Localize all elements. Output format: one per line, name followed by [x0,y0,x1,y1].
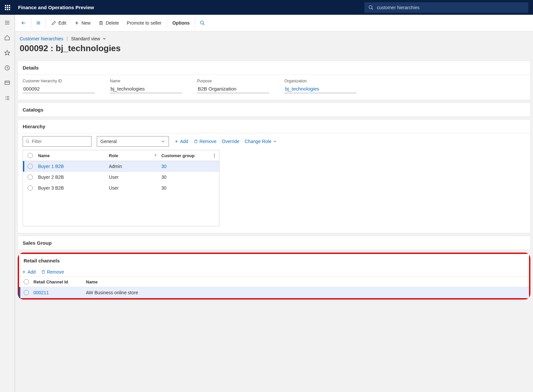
row-radio[interactable] [28,185,33,191]
list-view-button[interactable] [33,17,44,29]
search-icon [368,5,374,10]
cell-group: 30 [161,175,219,180]
cell-name: Buyer 3 B2B [37,185,109,191]
hierarchy-grid-header: Name Role Customer group ⋮ [23,150,219,161]
home-icon[interactable] [3,34,11,42]
salesgroup-header[interactable]: Sales Group [18,236,530,250]
svg-rect-7 [5,81,10,85]
cell-group: 30 [161,164,219,169]
page-header: Customer hierarchies | Standard view 000… [15,31,533,61]
edit-icon [51,20,56,26]
recent-icon[interactable] [3,64,11,72]
filter-input-wrapper[interactable] [23,136,92,147]
catalogs-header[interactable]: Catalogs [18,103,530,116]
cell-role: User [109,175,161,180]
options-button[interactable]: Options [169,17,193,29]
retail-name-cell: AW Business online store [86,290,529,295]
org-link[interactable]: bj_technologies [284,85,357,93]
edit-button[interactable]: Edit [48,17,70,29]
svg-point-25 [26,140,29,142]
retail-col-name[interactable]: Name [86,279,529,284]
search-icon [26,139,30,144]
hierarchy-override-button[interactable]: Override [222,139,239,144]
retail-highlight: Retail channels Add Remove Retail Channe… [18,253,530,299]
id-input[interactable] [23,85,95,93]
org-label: Organization [284,79,357,83]
list-icon [36,20,41,26]
retail-grid-header: Retail Channel Id Name [19,277,529,287]
name-input[interactable] [110,85,182,93]
grid-more-icon[interactable]: ⋮ [212,153,216,158]
modules-icon[interactable] [3,94,11,102]
retail-remove-button[interactable]: Remove [41,269,64,275]
sort-asc-icon [154,154,157,157]
retail-add-button[interactable]: Add [22,269,36,275]
page-search-button[interactable] [197,17,208,29]
cell-group: 30 [161,185,219,191]
cell-role: User [109,185,161,191]
hierarchy-add-button[interactable]: Add [174,139,188,144]
retail-select-all-radio[interactable] [24,279,29,284]
global-search[interactable]: customer hierarchies [364,2,528,13]
table-row[interactable]: Buyer 2 B2BUser30 [23,172,219,183]
retail-header[interactable]: Retail channels [19,254,529,267]
details-header[interactable]: Details [18,61,530,74]
back-arrow-icon [21,20,26,26]
col-name-header[interactable]: Name [37,153,109,158]
hierarchy-view-dropdown[interactable]: General [97,136,169,147]
name-label: Name [110,79,182,83]
row-radio[interactable] [28,175,33,180]
trash-icon [41,270,46,274]
chevron-down-icon [273,139,277,144]
cell-role: Admin [109,164,161,169]
app-title: Finance and Operations Preview [18,5,94,10]
promote-button[interactable]: Promote to seller [124,17,165,29]
action-bar: Edit New Delete Promote to seller Option… [15,15,533,31]
hierarchy-remove-button[interactable]: Remove [194,139,216,144]
svg-line-24 [203,24,204,25]
favorites-icon[interactable] [3,49,11,57]
trash-icon [194,139,198,144]
svg-marker-5 [5,51,10,55]
purpose-input[interactable] [197,85,269,93]
retail-row[interactable]: 000211AW Business online store [19,287,529,298]
breadcrumb-separator: | [67,36,68,41]
col-group-header[interactable]: Customer group [161,153,219,158]
view-selector[interactable]: Standard view [71,36,107,41]
delete-button[interactable]: Delete [95,17,122,29]
plus-icon [74,20,79,26]
col-role-header[interactable]: Role [109,153,161,158]
breadcrumb-link[interactable]: Customer hierarchies [20,36,63,41]
hierarchy-header[interactable]: Hierarchy [18,120,530,133]
top-header: Finance and Operations Preview customer … [0,0,533,15]
new-button[interactable]: New [71,17,94,29]
filter-input[interactable] [32,139,89,144]
chevron-down-icon [161,139,165,144]
plus-icon [22,270,26,274]
cell-name: Buyer 1 B2B [37,164,109,169]
retail-col-id[interactable]: Retail Channel Id [33,279,86,284]
table-row[interactable]: Buyer 1 B2BAdmin30 [23,161,219,172]
svg-line-26 [28,142,29,143]
menu-icon[interactable] [3,19,11,27]
svg-line-1 [372,8,373,10]
svg-point-0 [369,6,372,9]
table-row[interactable]: Buyer 3 B2BUser30 [23,183,219,194]
details-section: Details Customer hierarchy ID Name Purpo… [18,61,530,100]
select-all-radio[interactable] [28,153,33,158]
svg-point-23 [200,21,203,24]
id-label: Customer hierarchy ID [23,79,95,83]
retail-id-cell[interactable]: 000211 [33,290,86,295]
row-radio[interactable] [24,290,29,295]
page-title: 000092 : bj_technologies [20,43,528,53]
back-button[interactable] [18,17,29,29]
workspaces-icon[interactable] [3,79,11,87]
purpose-label: Purpose [197,79,269,83]
hierarchy-changerole-button[interactable]: Change Role [245,139,277,144]
row-radio[interactable] [28,164,33,169]
chevron-down-icon [102,36,107,41]
app-launcher-icon[interactable] [0,0,15,15]
search-text: customer hierarchies [377,5,420,10]
cell-name: Buyer 2 B2B [37,175,109,180]
trash-icon [98,20,104,26]
